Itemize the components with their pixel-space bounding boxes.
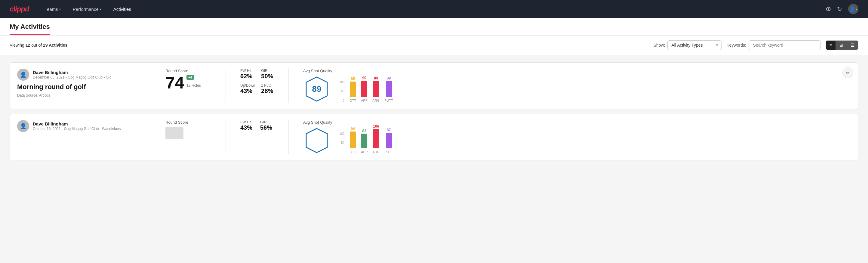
bar-chart-2: 100 50 0 94 OTT 82 xyxy=(340,121,851,154)
bar-label-ott: 85 xyxy=(351,77,355,81)
bar-ott xyxy=(350,82,356,97)
user-avatar-1: 👤 xyxy=(17,68,29,81)
logo: clippd xyxy=(10,5,29,13)
stat-fw-hit: FW Hit 62% xyxy=(240,68,255,80)
page-header: My Activities xyxy=(0,18,868,35)
bar-axis-ott: OTT xyxy=(349,99,356,102)
bar-putt-2 xyxy=(386,133,392,148)
card-user-1: 👤 Dave Billingham December 05, 2021 - Go… xyxy=(17,68,136,81)
viewing-count: 12 xyxy=(26,43,30,48)
viewing-suffix: Activities xyxy=(48,43,68,48)
viewing-text: Viewing 12 out of 29 Activities xyxy=(10,43,649,48)
card-divider-1 xyxy=(151,68,151,103)
stat-gir-label-2: GIR xyxy=(260,120,274,124)
card-divider-2 xyxy=(225,68,226,103)
user-info-1: Dave Billingham December 05, 2021 - Gog … xyxy=(33,70,111,80)
bar-axis-app: APP xyxy=(361,99,368,102)
nav-performance[interactable]: Performance ▾ xyxy=(71,4,102,14)
score-placeholder-2 xyxy=(165,127,183,139)
data-source-1: Data Source: Arccos xyxy=(17,93,136,97)
add-icon[interactable]: ⊕ xyxy=(826,5,831,13)
activity-type-select[interactable]: All Activity Types xyxy=(668,40,721,50)
bar-arg xyxy=(373,81,379,97)
round-score-label-2: Round Score xyxy=(165,120,211,124)
keywords-label: Keywords: xyxy=(726,43,746,48)
card-divider-3 xyxy=(288,68,289,103)
bar-axis-putt-2: PUTT xyxy=(384,150,393,154)
list-view-btn[interactable]: ≡ xyxy=(826,40,836,50)
nav-teams[interactable]: Teams ▾ xyxy=(43,4,62,14)
card-score-1: Round Score 74 +4 18 Holes xyxy=(158,68,218,92)
avatar-icon-1: 👤 xyxy=(20,71,27,78)
stat-fw-hit-value: 62% xyxy=(240,73,255,80)
bar-col-ott-2: 94 OTT xyxy=(349,127,356,154)
bar-label-app: 90 xyxy=(363,76,366,80)
bar-arg-2 xyxy=(373,129,379,148)
show-label: Show: xyxy=(654,43,665,48)
card-divider-4 xyxy=(151,120,151,154)
navbar-right: ⊕ ↻ 👤 ▾ xyxy=(826,4,858,14)
score-number-1: 74 xyxy=(165,74,184,91)
activity-type-wrapper: All Activity Types xyxy=(668,40,721,50)
performance-chevron: ▾ xyxy=(100,7,101,11)
user-name-2: Dave Billingham xyxy=(33,121,121,126)
card-stats-2: FW Hit 43% GIR 56% xyxy=(233,120,281,131)
compact-view-btn[interactable]: ☰ xyxy=(847,40,858,50)
quality-section-2: Avg Shot Quality xyxy=(303,120,332,154)
card-score-2: Round Score xyxy=(158,120,218,139)
quality-section-1: Avg Shot Quality 89 xyxy=(303,68,332,103)
user-avatar-2: 👤 xyxy=(17,120,29,132)
bar-label-ott-2: 94 xyxy=(351,127,355,131)
stat-updown: Up/Down 43% xyxy=(240,83,255,94)
filter-bar: Viewing 12 out of 29 Activities Show: Al… xyxy=(0,35,868,55)
bar-col-ott: 85 OTT xyxy=(349,77,356,102)
bar-putt xyxy=(386,81,392,97)
refresh-icon[interactable]: ↻ xyxy=(837,5,842,12)
grid-view-btn[interactable]: ⊞ xyxy=(836,40,847,50)
navbar: clippd Teams ▾ Performance ▾ Activities … xyxy=(0,0,868,18)
card-left-2: 👤 Dave Billingham October 16, 2021 - Gog… xyxy=(17,120,144,135)
activities-content: ✏ 👤 Dave Billingham December 05, 2021 - … xyxy=(0,55,868,168)
user-name-1: Dave Billingham xyxy=(33,70,111,75)
keyword-search-input[interactable] xyxy=(749,40,821,50)
bar-axis-app-2: APP xyxy=(361,150,368,154)
activity-title-1: Morning round of golf xyxy=(17,83,136,91)
show-filter-group: Show: All Activity Types xyxy=(654,40,722,50)
bar-axis-putt: PUTT xyxy=(384,99,393,102)
bar-label-putt-2: 87 xyxy=(387,128,391,132)
stat-updown-label: Up/Down xyxy=(240,83,255,88)
quality-label-1: Avg Shot Quality xyxy=(303,68,332,73)
teams-chevron: ▾ xyxy=(59,7,61,11)
card-quality-1: Avg Shot Quality 89 100 50 0 xyxy=(296,68,851,103)
stat-1putt-label: 1 Putt xyxy=(261,83,274,88)
card-stats-1: FW Hit 62% GIR 50% Up/Down 43% 1 Putt 28… xyxy=(233,68,281,94)
user-date-1: December 05, 2021 - Gog Magog Golf Club … xyxy=(33,75,111,80)
hexagon-1: 89 xyxy=(303,76,330,103)
bar-col-arg-2: 106 ARG xyxy=(372,124,379,154)
bar-label-arg: 89 xyxy=(374,76,378,80)
viewing-total: 29 xyxy=(43,43,48,48)
viewing-prefix: Viewing xyxy=(10,43,26,48)
activity-card-1: ✏ 👤 Dave Billingham December 05, 2021 - … xyxy=(10,62,858,109)
stat-updown-value: 43% xyxy=(240,88,255,94)
y-axis-1: 100 50 0 xyxy=(340,81,346,102)
viewing-middle: out of xyxy=(30,43,43,48)
quality-label-2: Avg Shot Quality xyxy=(303,120,332,124)
score-holes-1: 18 Holes xyxy=(186,83,200,88)
nav-activities[interactable]: Activities xyxy=(112,4,132,14)
activity-card-2: 👤 Dave Billingham October 16, 2021 - Gog… xyxy=(10,114,858,160)
bar-app-2 xyxy=(361,134,367,148)
bar-axis-arg-2: ARG xyxy=(372,150,379,154)
bar-col-app-2: 82 APP xyxy=(361,129,368,154)
avatar-icon-2: 👤 xyxy=(20,123,27,129)
stat-fw-hit-2: FW Hit 43% xyxy=(240,120,254,131)
bar-col-app: 90 APP xyxy=(361,76,368,102)
score-main-1: 74 +4 18 Holes xyxy=(165,74,211,91)
user-avatar-btn[interactable]: 👤 ▾ xyxy=(848,4,858,14)
stat-gir-value: 50% xyxy=(261,73,274,80)
stat-gir-value-2: 56% xyxy=(260,124,274,131)
bar-label-app-2: 82 xyxy=(363,129,366,133)
user-date-2: October 16, 2021 - Gog Magog Golf Club -… xyxy=(33,127,121,131)
card-user-2: 👤 Dave Billingham October 16, 2021 - Gog… xyxy=(17,120,136,132)
stat-fw-hit-value-2: 43% xyxy=(240,124,254,131)
